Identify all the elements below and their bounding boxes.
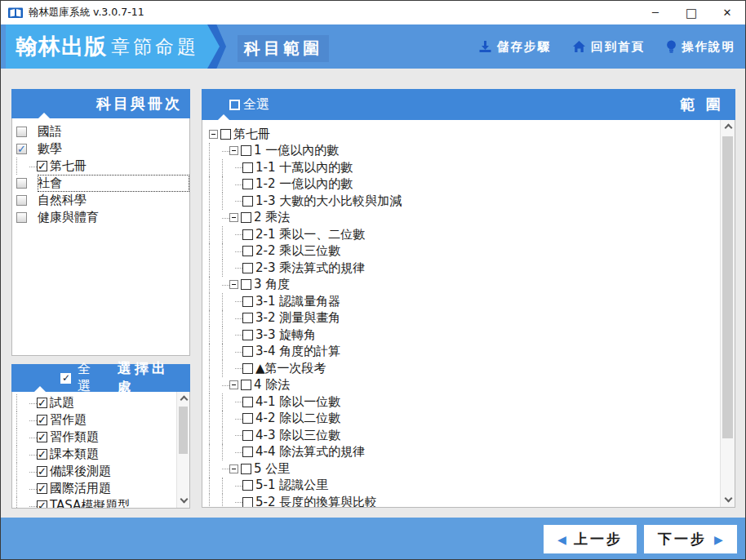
subject-checkbox[interactable] bbox=[37, 161, 47, 171]
chapter-tree-row[interactable]: 2 乘法 bbox=[206, 210, 721, 227]
chapter-checkbox[interactable] bbox=[241, 464, 251, 474]
minimize-button[interactable]: ─ bbox=[637, 1, 673, 24]
source-item[interactable]: 習作題 bbox=[12, 411, 177, 429]
chapter-checkbox[interactable] bbox=[220, 129, 231, 140]
header-action-button[interactable]: 儲存步驟 bbox=[478, 39, 551, 55]
header-action-button[interactable]: 回到首頁 bbox=[572, 39, 645, 55]
subject-checkbox[interactable] bbox=[16, 127, 27, 137]
chapter-tree-row[interactable]: 4-3 除以三位數 bbox=[206, 427, 721, 444]
chapter-tree-row[interactable]: 1-2 一億以內的數 bbox=[206, 176, 721, 193]
chapter-tree-row[interactable]: 3-1 認識量角器 bbox=[206, 293, 721, 310]
scroll-down-icon[interactable] bbox=[725, 496, 731, 503]
chapter-tree-row[interactable]: 4-2 除以二位數 bbox=[206, 411, 721, 428]
chapter-tree-row[interactable]: 第七冊 bbox=[206, 126, 721, 143]
chapter-tree-row[interactable]: 5-1 認識公里 bbox=[206, 478, 721, 495]
chapter-checkbox[interactable] bbox=[241, 212, 251, 223]
chapter-checkbox[interactable] bbox=[242, 330, 253, 340]
chapter-checkbox[interactable] bbox=[242, 363, 253, 374]
tree-connector bbox=[235, 411, 242, 420]
scrollbar-thumb[interactable] bbox=[722, 136, 733, 438]
next-step-button[interactable]: 下一步 ▶ bbox=[644, 525, 737, 553]
tree-scrollbar[interactable] bbox=[720, 120, 735, 507]
chapter-checkbox[interactable] bbox=[241, 380, 251, 390]
tree-connector bbox=[29, 412, 37, 421]
tree-connector bbox=[235, 494, 242, 503]
chapter-checkbox[interactable] bbox=[242, 246, 253, 256]
chapter-tree-row[interactable]: 1 一億以內的數 bbox=[206, 143, 721, 160]
scroll-up-icon[interactable] bbox=[725, 124, 731, 131]
chapter-checkbox[interactable] bbox=[242, 497, 253, 508]
source-item[interactable]: 國際活用題 bbox=[12, 480, 177, 497]
collapse-minus-icon[interactable] bbox=[209, 130, 218, 139]
chapter-tree-row[interactable]: 4 除法 bbox=[206, 377, 721, 394]
source-item[interactable]: TASA模擬題型 bbox=[12, 497, 177, 509]
chapter-tree-row[interactable]: 3-3 旋轉角 bbox=[206, 327, 721, 344]
source-item[interactable]: 試題 bbox=[12, 394, 177, 411]
source-checkbox[interactable] bbox=[37, 466, 47, 477]
chapter-checkbox[interactable] bbox=[242, 229, 253, 240]
chapter-checkbox[interactable] bbox=[242, 430, 253, 441]
chapter-checkbox[interactable] bbox=[242, 413, 253, 424]
chapter-tree-row[interactable]: 2-3 乘法算式的規律 bbox=[206, 260, 721, 277]
subject-item[interactable]: 社會 bbox=[12, 175, 189, 192]
subject-checkbox[interactable] bbox=[16, 144, 27, 154]
scope-select-all-checkbox[interactable] bbox=[229, 100, 240, 110]
chapter-checkbox[interactable] bbox=[242, 346, 253, 357]
scroll-up-icon[interactable] bbox=[180, 396, 187, 402]
subject-checkbox[interactable] bbox=[16, 178, 27, 189]
chapter-tree-row[interactable]: 1-3 大數的大小比較與加減 bbox=[206, 193, 721, 210]
source-checkbox[interactable] bbox=[37, 449, 47, 460]
scrollbar-thumb[interactable] bbox=[179, 407, 188, 454]
source-checkbox[interactable] bbox=[37, 432, 47, 442]
chapter-checkbox[interactable] bbox=[242, 397, 253, 407]
chapter-tree-row[interactable]: 3-2 測量與畫角 bbox=[206, 310, 721, 327]
collapse-minus-icon[interactable] bbox=[229, 280, 238, 289]
chapter-checkbox[interactable] bbox=[242, 263, 253, 273]
chapter-checkbox[interactable] bbox=[242, 196, 253, 207]
source-checkbox[interactable] bbox=[37, 398, 47, 408]
chapter-tree-row[interactable]: 5 公里 bbox=[206, 460, 721, 478]
chapter-checkbox[interactable] bbox=[242, 179, 253, 189]
collapse-minus-icon[interactable] bbox=[229, 146, 238, 155]
chapter-tree-row[interactable]: 1-1 十萬以內的數 bbox=[206, 159, 721, 176]
chapter-tree-row[interactable]: ▲第一次段考 bbox=[206, 360, 721, 377]
source-checkbox[interactable] bbox=[37, 483, 47, 494]
source-checkbox[interactable] bbox=[37, 500, 47, 509]
close-button[interactable]: ✕ bbox=[709, 1, 745, 24]
chapter-tree-row[interactable]: 4-1 除以一位數 bbox=[206, 393, 721, 411]
subject-item[interactable]: 第七冊 bbox=[12, 158, 189, 175]
chapter-tree-row[interactable]: 5-2 長度的換算與比較 bbox=[206, 494, 721, 508]
chapter-checkbox[interactable] bbox=[242, 296, 253, 307]
chapter-tree-row[interactable]: 2-1 乘以一、二位數 bbox=[206, 226, 721, 243]
scroll-down-icon[interactable] bbox=[180, 497, 187, 504]
maximize-button[interactable]: □ bbox=[673, 1, 709, 24]
source-item[interactable]: 課本類題 bbox=[12, 446, 177, 463]
chapter-checkbox[interactable] bbox=[241, 279, 251, 290]
chapter-checkbox[interactable] bbox=[242, 162, 253, 173]
source-checkbox[interactable] bbox=[37, 415, 47, 425]
chapter-tree-row[interactable]: 2-2 乘以三位數 bbox=[206, 243, 721, 260]
subject-item[interactable]: 自然科學 bbox=[12, 192, 189, 209]
subject-item[interactable]: 健康與體育 bbox=[12, 209, 189, 226]
source-item[interactable]: 備課後測題 bbox=[12, 463, 177, 480]
sources-panel: 全選 選擇出處 試題 習作題 bbox=[11, 364, 190, 509]
collapse-minus-icon[interactable] bbox=[229, 464, 238, 473]
header-action-button[interactable]: 操作說明 bbox=[666, 39, 735, 55]
collapse-minus-icon[interactable] bbox=[229, 213, 238, 222]
collapse-minus-icon[interactable] bbox=[229, 380, 238, 389]
chapter-tree-row[interactable]: 3-4 角度的計算 bbox=[206, 344, 721, 361]
chapter-checkbox[interactable] bbox=[242, 447, 253, 457]
chapter-checkbox[interactable] bbox=[242, 313, 253, 323]
sources-scrollbar[interactable] bbox=[176, 392, 189, 508]
subject-checkbox[interactable] bbox=[16, 195, 27, 206]
chapter-checkbox[interactable] bbox=[241, 145, 251, 156]
chapter-tree-row[interactable]: 4-4 除法算式的規律 bbox=[206, 444, 721, 461]
source-item[interactable]: 習作類題 bbox=[12, 429, 177, 446]
sources-select-all-checkbox[interactable] bbox=[60, 373, 71, 384]
subject-item[interactable]: 數學 bbox=[12, 140, 189, 158]
chapter-tree-row[interactable]: 3 角度 bbox=[206, 277, 721, 294]
chapter-checkbox[interactable] bbox=[242, 480, 253, 491]
previous-step-button[interactable]: ◀ 上一步 bbox=[544, 525, 637, 553]
subject-checkbox[interactable] bbox=[16, 212, 27, 223]
subject-item[interactable]: 國語 bbox=[12, 123, 189, 140]
